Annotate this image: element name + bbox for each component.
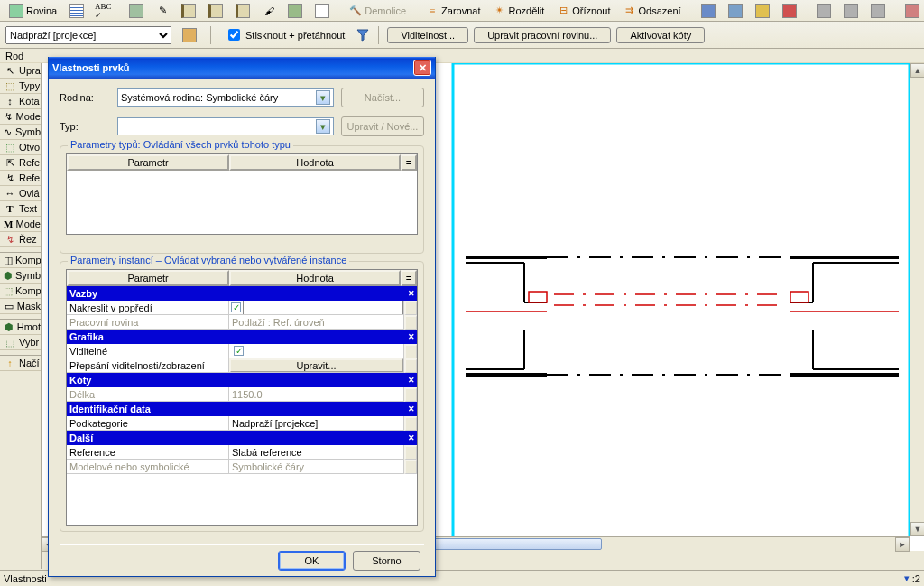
typ-select[interactable]: ▾ [117, 117, 334, 135]
tab-model-lines[interactable]: ↯Mode [0, 109, 41, 125]
tool-g8[interactable] [900, 1, 924, 21]
tool-1[interactable] [124, 1, 149, 21]
value-viditelne[interactable]: ✓ [229, 344, 404, 358]
tab-symbol[interactable]: ⬢Symb [0, 268, 41, 284]
tab-typy[interactable]: ⬚Typy [0, 79, 41, 94]
collapse-icon: ✕ [408, 433, 414, 442]
table-row[interactable]: Reference Slabá reference [67, 445, 417, 460]
eyedropper-icon: ✎ [156, 5, 169, 17]
value-prepsani[interactable]: Upravit... [229, 358, 404, 373]
tab-masking[interactable]: ▭Mask [0, 299, 41, 314]
col-hodnota[interactable]: Hodnota [229, 154, 401, 171]
tool-rozdelit[interactable]: ✴Rozdělit [488, 2, 550, 20]
vertical-scrollbar[interactable]: ▲ ▼ [910, 63, 924, 536]
category-vazby[interactable]: Vazby✕ [67, 286, 417, 301]
tool-page[interactable] [310, 1, 335, 21]
tab-opening[interactable]: ⬚Otvo [0, 140, 41, 155]
table-row[interactable]: Nakreslit v popředí ✓ [67, 301, 417, 315]
type-selector[interactable]: Nadpraží [projekce] [5, 26, 171, 44]
table-header: Parametr Hodnota = [67, 154, 417, 171]
checkbox-checked-icon[interactable]: ✓ [231, 302, 241, 312]
table-row[interactable]: Přepsání viditelnosti/zobrazení Upravit.… [67, 358, 417, 373]
close-button[interactable]: ✕ [413, 60, 431, 76]
table-row: Pracovní rovina Podlaží : Ref. úroveň [67, 315, 417, 330]
viditelnost-button[interactable]: Viditelnost... [387, 27, 468, 43]
value-podkat[interactable]: Nadpraží [projekce] [229, 416, 404, 431]
paint-icon: 🖌 [263, 5, 275, 17]
tab-section[interactable]: ↯Řez [0, 232, 41, 247]
gen-icon [817, 4, 831, 18]
properties-icon [182, 28, 197, 42]
tab-detail-comp[interactable]: ⬚Komp [0, 284, 41, 299]
gen-icon [728, 4, 743, 18]
tool-g6[interactable] [838, 1, 864, 21]
tool-g2[interactable] [723, 1, 748, 21]
rodina-select[interactable]: Systémová rodina: Symbolické čáry ▾ [117, 88, 334, 107]
filter-button[interactable] [356, 28, 370, 42]
tab-control[interactable]: ↔Ovlá [0, 186, 41, 201]
tab-ref-line[interactable]: ↯Refe [0, 171, 41, 186]
col-eq[interactable]: = [401, 154, 417, 171]
stisknout-checkbox[interactable]: Stisknout + přetáhnout [219, 25, 350, 44]
tool-g3[interactable] [750, 1, 775, 21]
cursor-icon: ↖ [4, 64, 16, 77]
tab-select[interactable]: ⬚Vybr [0, 335, 41, 350]
tool-2[interactable] [176, 1, 201, 21]
tool-g1[interactable] [696, 1, 721, 21]
col-eq[interactable]: = [401, 270, 417, 286]
tab-kota[interactable]: ↕Kóta [0, 94, 41, 109]
cancel-button[interactable]: Storno [353, 551, 420, 571]
properties-button[interactable] [177, 25, 202, 45]
tool-odsazeni[interactable]: ⇉Odsazení [617, 2, 686, 20]
scroll-up-button[interactable]: ▲ [910, 63, 924, 78]
tool-3[interactable] [203, 1, 228, 21]
scroll-right-button[interactable]: ► [895, 537, 910, 552]
upravit-rovinu-button[interactable]: Upravit pracovní rovinu... [474, 27, 611, 43]
value-nakreslit[interactable]: ✓ [229, 301, 404, 315]
tool-zarovnat[interactable]: ≡Zarovnat [420, 2, 485, 20]
value-delka: 1150.0 [229, 387, 404, 402]
category-koty[interactable]: Kóty✕ [67, 373, 417, 387]
nacist-button[interactable]: Načíst... [341, 88, 424, 107]
page-icon [315, 4, 329, 18]
tab-ref-plane[interactable]: ⇱Refe [0, 155, 41, 171]
select-icon: ⬚ [4, 336, 16, 349]
table-row[interactable]: Podkategorie Nadpraží [projekce] [67, 416, 417, 431]
tool-g4[interactable] [777, 1, 802, 21]
tool-pick[interactable]: ✎ [151, 2, 174, 20]
ok-button[interactable]: OK [278, 551, 346, 571]
tool-4[interactable] [230, 1, 255, 21]
checkbox-input[interactable] [228, 29, 240, 41]
dialog-titlebar[interactable]: Vlastnosti prvků ✕ [49, 57, 435, 79]
tab-model-text[interactable]: MMode [0, 217, 41, 232]
upravit-row-button[interactable]: Upravit... [229, 358, 403, 373]
tab-upravit[interactable]: ↖Upra [0, 63, 41, 79]
col-hodnota[interactable]: Hodnota [229, 270, 401, 286]
tool-rovina[interactable]: Rovina [4, 1, 62, 21]
tool-grid[interactable] [64, 1, 89, 21]
tool-paint[interactable]: 🖌 [257, 2, 281, 20]
dimension-icon: ↕ [4, 95, 16, 107]
tab-component[interactable]: ◫Komp [0, 253, 41, 268]
tab-text[interactable]: TText [0, 201, 41, 217]
category-grafika[interactable]: Grafika✕ [67, 330, 417, 344]
aktivovat-koty-button[interactable]: Aktivovat kóty [616, 27, 705, 43]
col-parametr[interactable]: Parametr [67, 154, 229, 171]
tool-demolice[interactable]: 🔨Demolice [344, 2, 411, 20]
category-ident[interactable]: Identifikační data✕ [67, 402, 417, 416]
tool-abc[interactable]: ABC✓ [91, 2, 115, 20]
tool-g5[interactable] [811, 1, 836, 21]
tab-mass[interactable]: ⬢Hmot [0, 320, 41, 335]
tool-g7[interactable] [865, 1, 891, 21]
table-row[interactable]: Viditelné ✓ [67, 344, 417, 358]
tool-oriznout[interactable]: ⊟Oříznout [551, 2, 615, 20]
tab-load[interactable]: ↑Načí [0, 356, 41, 371]
tool-box[interactable] [282, 1, 308, 21]
upravit-nove-button[interactable]: Upravit / Nové... [341, 116, 424, 136]
checkbox-checked-icon[interactable]: ✓ [234, 346, 244, 356]
tab-symbolic-lines[interactable]: ∿Symb [0, 125, 41, 140]
value-reference[interactable]: Slabá reference [229, 445, 404, 460]
scroll-down-button[interactable]: ▼ [910, 522, 924, 536]
col-parametr[interactable]: Parametr [67, 270, 229, 286]
category-dalsi[interactable]: Další✕ [67, 431, 417, 445]
